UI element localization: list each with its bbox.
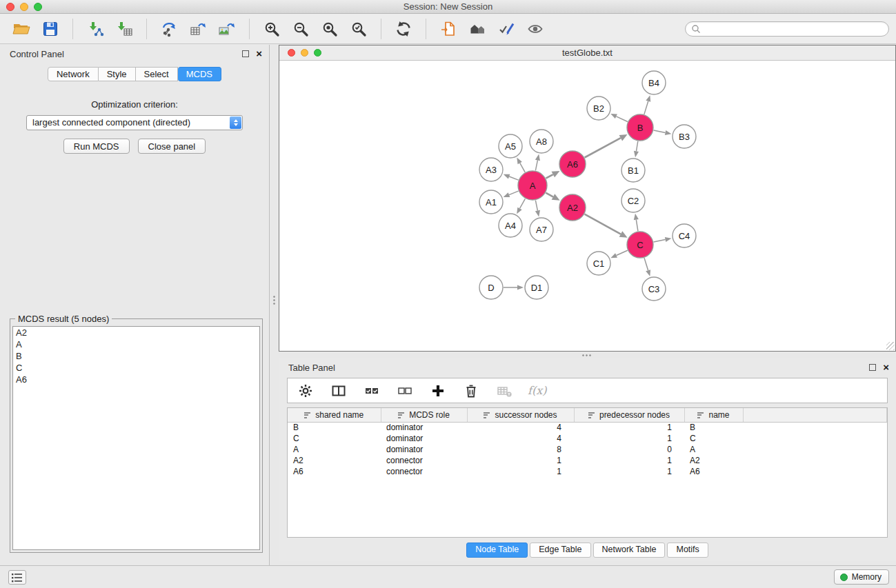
delete-column-button[interactable] bbox=[461, 381, 481, 401]
result-item[interactable]: B bbox=[13, 350, 259, 362]
tab-edge-table[interactable]: Edge Table bbox=[530, 543, 590, 558]
graph-node-B2[interactable]: B2 bbox=[587, 97, 610, 120]
cell-name[interactable]: A bbox=[684, 444, 743, 455]
fit-content-button[interactable] bbox=[317, 17, 343, 41]
graph-node-B1[interactable]: B1 bbox=[621, 159, 645, 182]
result-item[interactable]: C bbox=[13, 362, 259, 374]
welcome-screen-button[interactable] bbox=[464, 17, 490, 41]
column-header-name[interactable]: name bbox=[684, 408, 743, 422]
cell-successor-nodes[interactable]: 4 bbox=[467, 422, 574, 433]
show-hide-button[interactable] bbox=[522, 17, 548, 41]
zoom-window-button[interactable] bbox=[34, 3, 42, 11]
annotation-mode-button[interactable] bbox=[493, 17, 519, 41]
export-network-button[interactable] bbox=[156, 17, 182, 41]
float-panel-icon[interactable] bbox=[242, 50, 249, 57]
cell-shared-name[interactable]: A bbox=[288, 444, 381, 455]
cell-predecessor-nodes[interactable]: 0 bbox=[574, 444, 684, 455]
close-table-panel-icon[interactable]: × bbox=[883, 364, 889, 371]
tab-motifs[interactable]: Motifs bbox=[667, 543, 708, 558]
graph-node-B3[interactable]: B3 bbox=[673, 125, 696, 148]
graph-edge[interactable] bbox=[644, 101, 648, 114]
mcds-result-list[interactable]: A2ABCA6 bbox=[12, 326, 260, 550]
cell-predecessor-nodes[interactable]: 1 bbox=[574, 422, 684, 433]
cell-MCDS-role[interactable]: connector bbox=[381, 455, 467, 466]
graph-node-C2[interactable]: C2 bbox=[621, 189, 645, 212]
cell-MCDS-role[interactable]: dominator bbox=[381, 422, 467, 433]
zoom-selected-button[interactable] bbox=[346, 17, 372, 41]
select-all-button[interactable] bbox=[362, 381, 381, 401]
graph-edge[interactable] bbox=[535, 160, 537, 170]
result-item[interactable]: A6 bbox=[13, 374, 259, 385]
cell-name[interactable]: C bbox=[684, 433, 743, 444]
column-header-MCDS-role[interactable]: MCDS role bbox=[381, 408, 467, 422]
task-history-button[interactable] bbox=[8, 570, 26, 585]
tab-select[interactable]: Select bbox=[136, 67, 178, 81]
zoom-in-button[interactable] bbox=[259, 17, 285, 41]
apply-layout-button[interactable] bbox=[390, 17, 417, 41]
graph-edge[interactable] bbox=[636, 220, 638, 232]
tab-node-table[interactable]: Node Table bbox=[466, 543, 528, 558]
graphics-details-button[interactable] bbox=[435, 17, 461, 41]
cell-predecessor-nodes[interactable]: 1 bbox=[574, 433, 684, 444]
search-input[interactable] bbox=[704, 24, 883, 34]
column-visibility-button[interactable] bbox=[329, 381, 348, 401]
graph-edge[interactable] bbox=[644, 258, 648, 270]
graph-node-A1[interactable]: A1 bbox=[479, 190, 503, 214]
graph-edge[interactable] bbox=[654, 130, 666, 132]
zoom-out-button[interactable] bbox=[288, 17, 314, 41]
column-header-predecessor-nodes[interactable]: predecessor nodes bbox=[574, 408, 684, 422]
tab-network-table[interactable]: Network Table bbox=[593, 543, 666, 558]
zoom-network-button[interactable] bbox=[314, 49, 321, 57]
graph-node-C4[interactable]: C4 bbox=[673, 224, 696, 247]
search-box[interactable] bbox=[685, 21, 889, 37]
graph-edge[interactable] bbox=[535, 201, 537, 211]
table-settings-button[interactable] bbox=[296, 381, 315, 401]
result-item[interactable]: A2 bbox=[13, 327, 259, 338]
cell-name[interactable]: A2 bbox=[684, 455, 743, 466]
graph-edge[interactable] bbox=[654, 240, 666, 242]
tab-mcds[interactable]: MCDS bbox=[178, 67, 221, 81]
graph-node-A6[interactable]: A6 bbox=[559, 151, 586, 177]
graph-node-B4[interactable]: B4 bbox=[642, 71, 666, 94]
close-panel-button[interactable]: Close panel bbox=[138, 139, 206, 154]
tab-style[interactable]: Style bbox=[99, 67, 136, 81]
graph-edge[interactable] bbox=[617, 250, 628, 255]
graph-edge[interactable] bbox=[585, 214, 621, 234]
result-item[interactable]: A bbox=[13, 338, 259, 350]
cell-successor-nodes[interactable]: 8 bbox=[467, 444, 574, 455]
graph-node-D[interactable]: D bbox=[479, 276, 503, 299]
table-row[interactable]: Adominator80A bbox=[288, 444, 887, 455]
graph-node-D1[interactable]: D1 bbox=[525, 276, 548, 299]
cell-predecessor-nodes[interactable]: 1 bbox=[574, 466, 684, 477]
tab-network[interactable]: Network bbox=[48, 67, 99, 81]
graph-edge[interactable] bbox=[546, 174, 552, 179]
cell-successor-nodes[interactable]: 4 bbox=[467, 433, 574, 444]
close-panel-icon[interactable]: × bbox=[256, 50, 262, 57]
graph-node-A[interactable]: A bbox=[518, 171, 547, 200]
cell-predecessor-nodes[interactable]: 1 bbox=[574, 455, 684, 466]
cell-shared-name[interactable]: A2 bbox=[288, 455, 381, 466]
graph-edge[interactable] bbox=[509, 191, 519, 194]
deselect-all-button[interactable] bbox=[395, 381, 415, 401]
graph-node-A5[interactable]: A5 bbox=[499, 134, 522, 158]
graph-edge[interactable] bbox=[509, 176, 518, 180]
graph-node-C[interactable]: C bbox=[627, 232, 653, 258]
close-window-button[interactable] bbox=[6, 3, 14, 11]
minimize-window-button[interactable] bbox=[20, 3, 28, 11]
close-network-button[interactable] bbox=[288, 49, 295, 57]
cell-MCDS-role[interactable]: dominator bbox=[381, 444, 467, 455]
export-image-button[interactable] bbox=[214, 17, 240, 41]
cell-MCDS-role[interactable]: dominator bbox=[381, 433, 467, 444]
graph-node-B[interactable]: B bbox=[627, 114, 653, 141]
graph-edge[interactable] bbox=[520, 163, 526, 172]
graph-node-C1[interactable]: C1 bbox=[587, 252, 610, 275]
table-row[interactable]: Cdominator41C bbox=[288, 433, 887, 444]
horizontal-splitter-handle[interactable] bbox=[581, 354, 593, 357]
resize-grip-icon[interactable] bbox=[886, 342, 895, 350]
import-network-button[interactable] bbox=[82, 17, 108, 41]
minimize-network-button[interactable] bbox=[301, 49, 308, 57]
graph-node-A4[interactable]: A4 bbox=[499, 214, 522, 237]
table-row[interactable]: A6connector11A6 bbox=[288, 466, 887, 477]
import-table-button[interactable] bbox=[111, 17, 137, 41]
save-session-button[interactable] bbox=[37, 17, 63, 41]
